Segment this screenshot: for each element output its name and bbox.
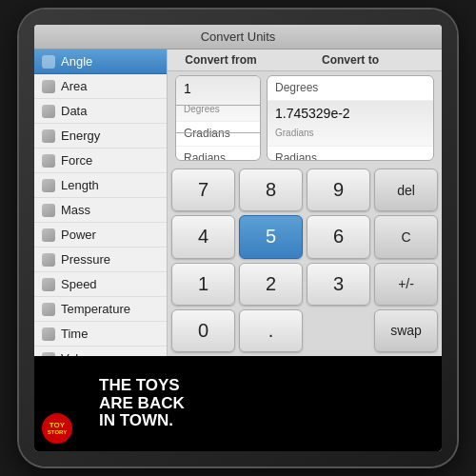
- sidebar-icon-force: [42, 154, 55, 168]
- from-label: Convert from: [175, 53, 267, 67]
- sidebar-icon-power: [42, 228, 55, 242]
- sidebar-icon-pressure: [42, 253, 55, 267]
- sidebar-label: Length: [61, 178, 99, 192]
- from-picker[interactable]: 1 Degrees Gradians Radians: [175, 75, 261, 161]
- from-value: 1 Degrees: [176, 76, 260, 122]
- sidebar-item-length[interactable]: Length: [34, 173, 167, 198]
- sidebar-label: Power: [61, 228, 96, 242]
- from-option-1[interactable]: Gradians: [176, 122, 260, 147]
- sidebar-item-temperature[interactable]: Temperature: [34, 297, 167, 322]
- to-option-degrees[interactable]: Degrees: [268, 76, 433, 101]
- key-+/-[interactable]: +/-: [374, 263, 438, 306]
- sidebar-label: Speed: [61, 277, 97, 291]
- converter-body: 1 Degrees Gradians Radians Degrees 1: [168, 71, 442, 165]
- toy-story-logo: TOY STORY: [42, 413, 72, 444]
- to-option-radians[interactable]: Radians: [268, 147, 433, 161]
- key-5[interactable]: 5: [239, 215, 303, 258]
- to-value: 1.745329e-2 Gradians: [268, 101, 433, 147]
- sidebar-label: Angle: [61, 54, 92, 69]
- right-panel: Convert from Convert to 1 Degrees Grad: [168, 50, 442, 356]
- sidebar-item-force[interactable]: Force: [34, 149, 167, 173]
- sidebar-label: Mass: [61, 203, 90, 217]
- title-bar: Convert Units: [34, 25, 442, 50]
- sidebar-label: Area: [61, 79, 87, 93]
- sidebar-item-pressure[interactable]: Pressure: [34, 248, 167, 272]
- key-2[interactable]: 2: [239, 263, 303, 306]
- sidebar-item-area[interactable]: Area: [34, 74, 167, 99]
- key-9[interactable]: 9: [307, 169, 370, 211]
- converter-header: Convert from Convert to: [168, 50, 442, 71]
- sidebar-icon-time: [42, 327, 55, 341]
- sidebar-item-speed[interactable]: Speed: [34, 272, 167, 297]
- sidebar-icon-temperature: [42, 303, 55, 316]
- key-1[interactable]: 1: [171, 263, 235, 306]
- sidebar-item-mass[interactable]: Mass: [34, 198, 167, 223]
- key-swap[interactable]: swap: [374, 309, 438, 352]
- key-C[interactable]: C: [374, 215, 438, 258]
- sidebar-item-angle[interactable]: Angle: [34, 50, 167, 74]
- sidebar-label: Energy: [61, 129, 100, 143]
- sidebar-icon-area: [42, 80, 55, 93]
- ipad-device: Convert Units AngleAreaDataEnergyForceLe…: [19, 10, 457, 466]
- sidebar-item-power[interactable]: Power: [34, 223, 167, 248]
- key-.[interactable]: .: [239, 309, 303, 352]
- sidebar-label: Time: [61, 327, 88, 341]
- key-6[interactable]: 6: [307, 215, 370, 258]
- sidebar-icon-angle: [42, 55, 55, 69]
- key-8[interactable]: 8: [239, 169, 303, 211]
- to-picker[interactable]: Degrees 1.745329e-2 Gradians Radians: [267, 75, 434, 161]
- from-option-2[interactable]: Radians: [176, 147, 260, 161]
- sidebar-icon-mass: [42, 204, 55, 217]
- ad-logo: TOY STORY: [42, 413, 72, 444]
- sidebar-item-data[interactable]: Data: [34, 99, 167, 124]
- key-del[interactable]: del: [374, 169, 438, 211]
- app-title: Convert Units: [201, 30, 276, 44]
- sidebar-label: Temperature: [61, 302, 130, 316]
- to-label: Convert to: [267, 53, 434, 67]
- sidebar-item-volume[interactable]: Volume: [34, 347, 167, 356]
- sidebar: AngleAreaDataEnergyForceLengthMassPowerP…: [34, 50, 168, 356]
- key-0[interactable]: 0: [171, 309, 235, 352]
- sidebar-icon-length: [42, 179, 55, 192]
- key-4[interactable]: 4: [171, 215, 235, 258]
- key-3[interactable]: 3: [307, 263, 370, 306]
- sidebar-icon-energy: [42, 129, 55, 143]
- content-area: AngleAreaDataEnergyForceLengthMassPowerP…: [34, 50, 442, 356]
- sidebar-item-energy[interactable]: Energy: [34, 124, 167, 149]
- key-7[interactable]: 7: [171, 169, 235, 211]
- ad-banner[interactable]: TOY STORY THE TOYS ARE BACK IN TOWN.: [34, 356, 442, 451]
- ad-text: THE TOYS ARE BACK IN TOWN.: [99, 377, 185, 430]
- ipad-screen: Convert Units AngleAreaDataEnergyForceLe…: [34, 25, 442, 451]
- keypad: 789del456C123+/-0.swap: [168, 165, 442, 356]
- sidebar-icon-speed: [42, 278, 55, 291]
- sidebar-label: Pressure: [61, 252, 110, 267]
- sidebar-label: Force: [61, 153, 92, 168]
- sidebar-item-time[interactable]: Time: [34, 322, 167, 347]
- sidebar-label: Data: [61, 104, 87, 118]
- key-empty: [307, 309, 370, 352]
- sidebar-icon-data: [42, 105, 55, 118]
